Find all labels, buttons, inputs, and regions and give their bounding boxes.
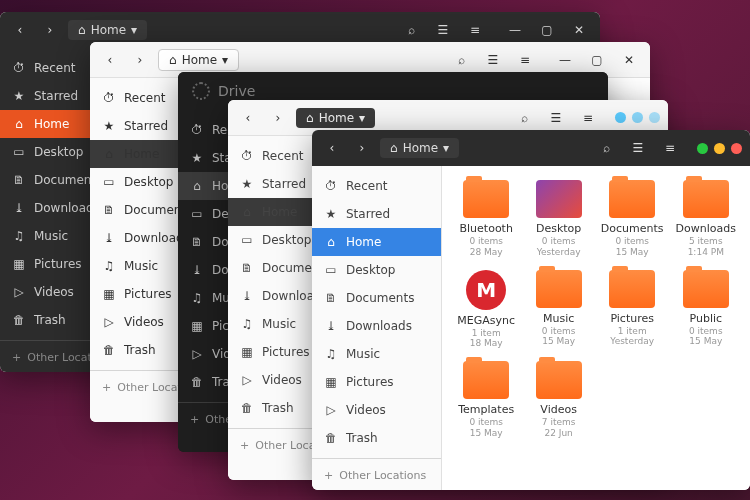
menu-icon[interactable]: ≡	[462, 18, 488, 42]
forward-button[interactable]: ›	[38, 18, 62, 42]
desktop-icon: ▭	[240, 233, 254, 247]
file-item[interactable]: Pictures1 itemYesterday	[601, 270, 664, 350]
pictures-icon: ▦	[240, 345, 254, 359]
sidebar-item-label: Home	[346, 235, 381, 249]
close-button[interactable]: ✕	[566, 18, 592, 42]
location-bar[interactable]: ⌂Home▾	[158, 49, 239, 71]
file-item[interactable]: Desktop0 itemsYesterday	[528, 180, 588, 258]
list-view-icon[interactable]: ☰	[543, 106, 569, 130]
other-locations[interactable]: +Other Locations	[312, 458, 441, 490]
sidebar-item-pictures[interactable]: ▦Pictures	[312, 368, 441, 396]
window-controls	[615, 112, 660, 123]
desktop-icon: ▭	[324, 263, 338, 277]
location-bar[interactable]: ⌂Home▾	[296, 108, 375, 128]
menu-icon[interactable]: ≡	[575, 106, 601, 130]
forward-button[interactable]: ›	[128, 48, 152, 72]
downloads-icon: ⤓	[240, 289, 254, 303]
file-item[interactable]: Downloads5 items1:14 PM	[676, 180, 736, 258]
location-bar[interactable]: ⌂Home▾	[380, 138, 459, 158]
file-item[interactable]: Templates0 items15 May	[456, 361, 516, 439]
sidebar-item-recent[interactable]: ⏱Recent	[312, 172, 441, 200]
file-date: 1:14 PM	[688, 247, 724, 258]
minimize-button[interactable]: —	[502, 18, 528, 42]
dot-icon[interactable]	[615, 112, 626, 123]
search-icon[interactable]: ⌕	[593, 136, 619, 160]
sidebar-item-desktop[interactable]: ▭Desktop	[312, 256, 441, 284]
desktop-icon: ▭	[12, 145, 26, 159]
file-date: 15 May	[689, 336, 722, 347]
sidebar-item-label: Recent	[34, 61, 75, 75]
recent-icon: ⏱	[240, 149, 254, 163]
sidebar-item-music[interactable]: ♫Music	[312, 340, 441, 368]
sidebar-item-documents[interactable]: 🗎Documents	[312, 284, 441, 312]
sidebar-item-label: Music	[34, 229, 68, 243]
sidebar: ⏱Recent★Starred⌂Home▭Desktop🗎Documents⤓D…	[312, 166, 442, 490]
sidebar-item-label: Desktop	[346, 263, 396, 277]
file-name: Pictures	[610, 312, 654, 325]
list-view-icon[interactable]: ☰	[430, 18, 456, 42]
menu-icon[interactable]: ≡	[657, 136, 683, 160]
file-item[interactable]: Public0 items15 May	[676, 270, 736, 350]
videos-icon: ▷	[190, 347, 204, 361]
pictures-icon: ▦	[12, 257, 26, 271]
sidebar-item-videos[interactable]: ▷Videos	[312, 396, 441, 424]
sidebar-item-label: Recent	[124, 91, 165, 105]
list-view-icon[interactable]: ☰	[625, 136, 651, 160]
sidebar-item-downloads[interactable]: ⤓Downloads	[312, 312, 441, 340]
home-icon: ⌂	[102, 147, 116, 161]
location-bar[interactable]: ⌂Home▾	[68, 20, 147, 40]
file-grid: Bluetooth0 items28 MayDesktop0 itemsYest…	[442, 166, 750, 490]
sidebar-item-label: Trash	[34, 313, 66, 327]
home-icon: ⌂	[390, 141, 398, 155]
back-button[interactable]: ‹	[8, 18, 32, 42]
file-item[interactable]: Bluetooth0 items28 May	[456, 180, 516, 258]
file-date: Yesterday	[537, 247, 581, 258]
search-icon[interactable]: ⌕	[511, 106, 537, 130]
menu-icon[interactable]: ≡	[512, 48, 538, 72]
file-item[interactable]: MMEGAsync1 item18 May	[456, 270, 516, 350]
trash-icon: 🗑	[190, 375, 204, 389]
close-dot[interactable]	[731, 143, 742, 154]
plus-icon: +	[190, 413, 199, 426]
file-date: 18 May	[470, 338, 503, 349]
file-item[interactable]: Documents0 items15 May	[601, 180, 664, 258]
sidebar-item-starred[interactable]: ★Starred	[312, 200, 441, 228]
search-icon[interactable]: ⌕	[398, 18, 424, 42]
breadcrumb-label: Home	[182, 53, 217, 67]
sidebar-item-label: Trash	[124, 343, 156, 357]
minimize-button[interactable]: —	[552, 48, 578, 72]
file-name: Bluetooth	[460, 222, 513, 235]
forward-button[interactable]: ›	[350, 136, 374, 160]
chevron-down-icon: ▾	[222, 53, 228, 67]
maximize-dot[interactable]	[697, 143, 708, 154]
sidebar-item-label: Downloads	[346, 319, 412, 333]
dot-icon[interactable]	[632, 112, 643, 123]
sidebar-item-label: Trash	[346, 431, 378, 445]
list-view-icon[interactable]: ☰	[480, 48, 506, 72]
sidebar-item-home[interactable]: ⌂Home	[312, 228, 441, 256]
videos-icon: ▷	[102, 315, 116, 329]
downloads-icon: ⤓	[190, 263, 204, 277]
home-icon: ⌂	[169, 53, 177, 67]
close-button[interactable]: ✕	[616, 48, 642, 72]
maximize-button[interactable]: ▢	[584, 48, 610, 72]
file-item[interactable]: Videos7 items22 Jun	[528, 361, 588, 439]
plus-icon: +	[102, 381, 111, 394]
forward-button[interactable]: ›	[266, 106, 290, 130]
sidebar-item-trash[interactable]: 🗑Trash	[312, 424, 441, 452]
dot-icon[interactable]	[649, 112, 660, 123]
file-meta: 0 items	[689, 326, 723, 337]
file-meta: 7 items	[542, 417, 576, 428]
search-icon[interactable]: ⌕	[448, 48, 474, 72]
back-button[interactable]: ‹	[320, 136, 344, 160]
back-button[interactable]: ‹	[98, 48, 122, 72]
plus-icon: +	[12, 351, 21, 364]
back-button[interactable]: ‹	[236, 106, 260, 130]
folder-icon	[536, 270, 582, 308]
maximize-button[interactable]: ▢	[534, 18, 560, 42]
file-item[interactable]: Music0 items15 May	[528, 270, 588, 350]
file-meta: 0 items	[615, 236, 649, 247]
minimize-dot[interactable]	[714, 143, 725, 154]
sidebar-item-label: Videos	[34, 285, 74, 299]
plus-icon: +	[324, 469, 333, 482]
